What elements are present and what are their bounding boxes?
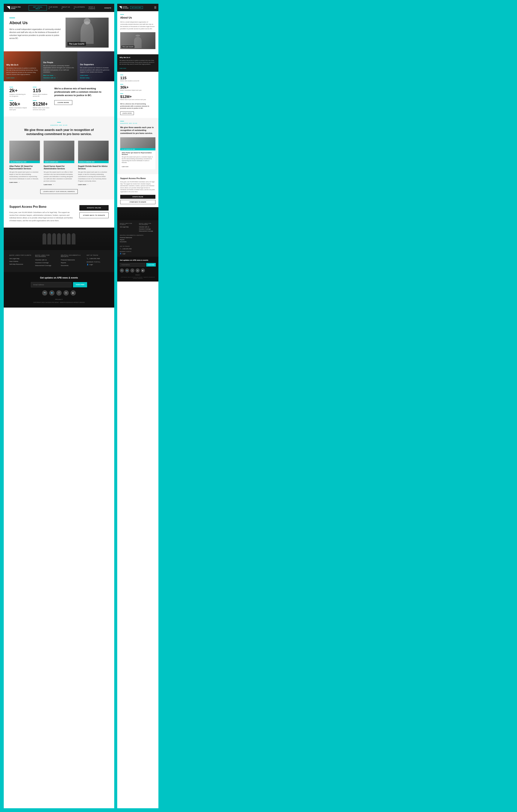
hamburger-icon[interactable]: ☰ <box>154 6 156 9</box>
side-youtube-icon[interactable]: ▶ <box>141 268 145 272</box>
newsletter-subscribe-button[interactable]: SUBSCRIBE <box>73 282 87 287</box>
nav-volunteers[interactable]: VOLUNTEERS ▾ <box>74 6 86 9</box>
hero-title: About Us <box>9 21 62 25</box>
side-logo-icon <box>119 6 122 9</box>
side-award-name-tag: ALLAN PARKER QC 2023 <box>120 148 155 150</box>
side-footer-volunteer[interactable]: Volunteer with Us <box>139 226 156 228</box>
side-image-overlay: The Law Courts <box>121 46 134 48</box>
side-privacy-link[interactable]: PRIVACY <box>120 274 156 276</box>
footer-clients-title: QUICK LINKS FOR CLIENTS <box>9 255 31 256</box>
youtube-icon[interactable]: ▶ <box>70 290 76 296</box>
get-legal-help-button[interactable]: GET LEGAL HELP <box>29 5 47 10</box>
footer-link-volunteer[interactable]: Volunteer with Us <box>35 259 57 261</box>
side-footer-reports[interactable]: Reports <box>120 239 156 240</box>
card-1-title: Why We Do It <box>6 64 38 66</box>
side-nav-logo[interactable]: ACCESSPRO BONO <box>119 6 129 9</box>
side-footer-disbursement[interactable]: Disbursement Coverage <box>139 230 156 232</box>
side-footer-legal[interactable]: Get Legal Help <box>120 226 137 228</box>
side-linkedin-icon[interactable]: in <box>135 268 140 272</box>
awards-section-tag: AWARDS WE GIVE <box>9 124 109 126</box>
annual-awards-button[interactable]: LEARN ABOUT OUR ANNUAL AWARDS <box>40 189 78 194</box>
side-footer-clients: QUICK LINKS FOR CLIENTS Get Legal Help <box>120 223 137 232</box>
card-2-title: Our People <box>43 61 75 63</box>
side-instagram-icon[interactable]: 📷 <box>120 268 124 272</box>
banner-person-4 <box>57 233 61 244</box>
side-login[interactable]: 👤 Login <box>120 253 156 254</box>
card-2-link1[interactable]: Meet our team <box>43 75 75 76</box>
side-newsletter-subscribe[interactable]: SUBSCRIBE <box>146 263 156 266</box>
award-2-name-tag: DAVID GARNER 2023 <box>43 161 74 163</box>
twitter-icon[interactable]: 🐦 <box>49 290 55 296</box>
side-stat-1-label: Advice clinic locations across BC <box>120 80 155 82</box>
side-newsletter-input[interactable] <box>120 263 145 266</box>
side-facebook-icon[interactable]: f <box>130 268 134 272</box>
card-our-supporters: Our Supporters We couldn't pursue our mi… <box>77 51 114 81</box>
newsletter-form: SUBSCRIBE <box>31 282 87 287</box>
nav-about-us[interactable]: ABOUT US ▾ <box>62 6 71 9</box>
donate-online-button[interactable]: DONATE ONLINE <box>80 205 109 210</box>
support-inner: Support Access Pro Bono Every year, over… <box>9 205 109 222</box>
side-footer-documents[interactable]: Documents <box>120 241 156 242</box>
privacy-link[interactable]: PRIVACY <box>9 298 109 300</box>
other-ways-donate-button[interactable]: OTHER WAYS TO DONATE <box>80 212 109 218</box>
footer-link-documents[interactable]: Documents <box>61 265 83 266</box>
award-1-title: Allan Parker QC Award for Representation… <box>9 165 40 170</box>
side-member-title: MEMBER PORTAL <box>120 251 156 252</box>
linkedin-icon[interactable]: in <box>63 290 69 296</box>
award-1-link[interactable]: Learn more <box>9 181 40 183</box>
side-awards-tag: AWARDS WE GIVE <box>120 122 155 124</box>
side-twitter-icon[interactable]: 🐦 <box>125 268 129 272</box>
award-1-desc: We give this award each year to a volunt… <box>9 171 40 180</box>
side-why-link[interactable]: Learn more <box>119 68 126 69</box>
newsletter-title: Get updates on APB news & events <box>9 277 109 279</box>
nav-logo[interactable]: ACCESS PRO BONO <box>7 6 25 9</box>
instagram-icon[interactable]: 📷 <box>42 290 48 296</box>
card-1-link[interactable]: Learn more <box>6 77 38 79</box>
footer-link-insurance[interactable]: Insurance Coverage <box>35 262 57 264</box>
side-footer-volunteers-title: QUICK LINKS FOR VOLUNTEERS <box>139 223 156 225</box>
footer-link-self-help[interactable]: Self-Help Resources <box>9 263 31 265</box>
footer-link-reports[interactable]: Reports <box>61 262 83 264</box>
side-awards-accent <box>120 121 124 121</box>
newsletter-section: Get updates on APB news & events SUBSCRI… <box>4 272 114 308</box>
banner-people <box>42 233 75 244</box>
banner-person-3 <box>52 233 56 244</box>
side-footer-insurance[interactable]: Insurance Coverage <box>139 228 156 230</box>
footer-docs-title: HELPFUL DOCUMENTS & REPORTS <box>61 255 83 257</box>
stat-columbians: 30k+ British Columbians helped each year <box>9 100 27 111</box>
award-1-name-tag: ALLAN PARKER QC 2023 <box>9 161 40 163</box>
footer-link-disbursement[interactable]: Disbursement Coverage <box>35 265 57 266</box>
award-3-link[interactable]: Learn more <box>78 184 109 185</box>
nav-donate[interactable]: DONATE <box>104 7 111 9</box>
award-1: ALLAN PARKER QC 2023 Allan Parker QC Awa… <box>9 141 40 185</box>
nav-news-events[interactable]: NEWS & EVENTS <box>89 6 102 9</box>
learn-more-button[interactable]: LEARN MORE <box>54 100 72 105</box>
side-stat-columbians: 30k+ British Columbians helped each year <box>120 84 155 91</box>
side-accent-line <box>120 14 124 14</box>
side-nav: ACCESSPRO BONO GET LEGAL HELP ☰ <box>117 4 158 11</box>
side-stat-2-accent <box>120 84 123 85</box>
side-footer-clients-title: QUICK LINKS FOR CLIENTS <box>120 223 137 225</box>
side-other-ways-button[interactable]: OTHER WAYS TO DONATE <box>120 200 155 204</box>
nav-our-work[interactable]: OUR WORK ▾ <box>49 6 59 9</box>
card-3-link1[interactable]: Learn more <box>80 75 112 76</box>
side-donate-button[interactable]: DONATE ONLINE <box>120 195 155 199</box>
social-icons: 📷 🐦 f in ▶ <box>9 290 109 296</box>
footer-link-financial[interactable]: Financial Statements <box>61 259 83 261</box>
footer-link-how[interactable]: How It Works <box>9 261 31 262</box>
stat-1-label: Lawyers volunteering for our programs <box>9 93 27 97</box>
card-2-link2[interactable]: Volunteer with us <box>43 77 75 79</box>
award-2-link[interactable]: Learn more <box>43 184 74 185</box>
side-award-link[interactable]: Learn more <box>122 166 128 167</box>
footer-link-legal[interactable]: Get Legal Help <box>9 258 31 259</box>
facebook-icon[interactable]: f <box>56 290 62 296</box>
card-3-link2[interactable]: Donate today <box>80 77 112 79</box>
side-person-icon: 👤 <box>120 253 122 254</box>
side-get-legal-button[interactable]: GET LEGAL HELP <box>130 6 143 9</box>
newsletter-email-input[interactable] <box>31 282 71 287</box>
footer-login[interactable]: 👤 Login <box>87 264 109 265</box>
award-3: DUGALD CHRISTIE 2023 Dugald Christie Awa… <box>78 141 109 185</box>
side-footer-financial[interactable]: Financial Statements <box>120 237 156 238</box>
side-learn-more-button[interactable]: LEARN MORE <box>120 112 134 115</box>
award-3-photo-inner <box>78 141 109 163</box>
